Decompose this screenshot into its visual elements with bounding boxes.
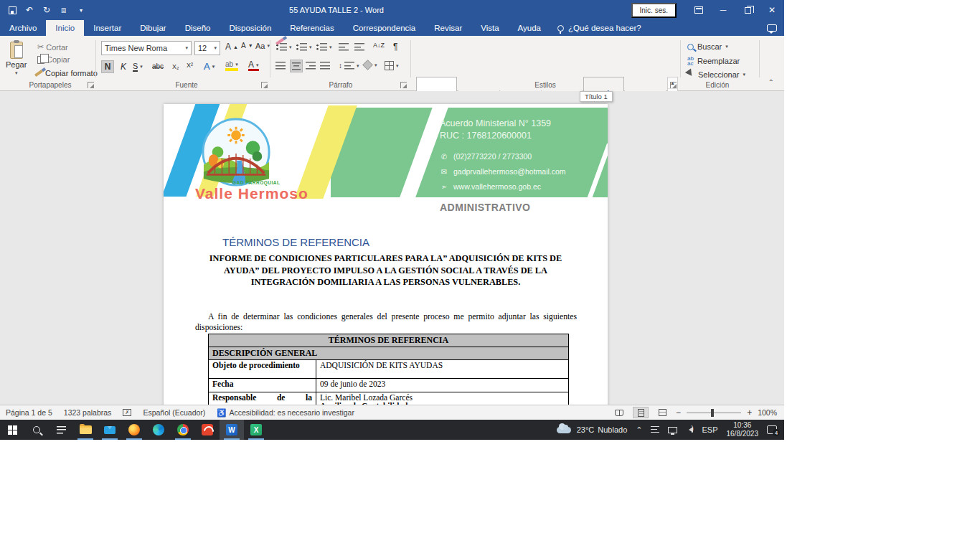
save-icon[interactable]: [7, 5, 17, 15]
customize-qat-icon[interactable]: ▾: [76, 5, 86, 15]
collapse-ribbon-icon[interactable]: ⌃: [768, 78, 774, 86]
sign-in-button[interactable]: Inic. ses.: [631, 3, 677, 18]
tab-archivo[interactable]: Archivo: [0, 20, 46, 36]
table-label-cell[interactable]: Objeto de procedimiento: [209, 360, 316, 379]
increase-indent-button[interactable]: [354, 43, 364, 51]
print-preview-icon[interactable]: 🗏: [59, 5, 69, 15]
firefox-button[interactable]: [122, 420, 146, 440]
document-page[interactable]: Acuerdo Ministerial N° 1359 RUC : 176812…: [164, 104, 608, 405]
page-indicator[interactable]: Página 1 de 5: [6, 408, 52, 417]
multilevel-list-button[interactable]: ▾: [316, 43, 332, 51]
paragraph-dialog-launcher[interactable]: [400, 82, 407, 88]
web-layout-button[interactable]: [654, 407, 670, 418]
numbering-button[interactable]: ▾: [296, 43, 312, 51]
print-layout-button[interactable]: [633, 407, 649, 418]
language-switcher[interactable]: ESP: [697, 420, 722, 440]
zoom-in-button[interactable]: +: [747, 408, 752, 418]
tab-ayuda[interactable]: Ayuda: [509, 20, 550, 36]
close-button[interactable]: ✕: [760, 0, 784, 20]
find-button[interactable]: Buscar▾: [687, 42, 728, 51]
read-mode-button[interactable]: [611, 407, 627, 418]
decrease-indent-button[interactable]: [339, 43, 349, 51]
taskbar-search-button[interactable]: [24, 420, 49, 440]
table-title-cell[interactable]: TÉRMINOS DE REFERENCIA: [209, 334, 569, 347]
tab-dibujar[interactable]: Dibujar: [131, 20, 175, 36]
accessibility-status[interactable]: ♿Accesibilidad: es necesario investigar: [217, 408, 354, 418]
minimize-button[interactable]: ─: [711, 0, 735, 20]
font-size-combobox[interactable]: 12▾: [194, 41, 220, 55]
change-case-button[interactable]: Aa▾: [255, 42, 270, 50]
notification-center-button[interactable]: 4: [763, 420, 781, 440]
strikethrough-button[interactable]: abc: [152, 62, 164, 70]
align-right-button[interactable]: [306, 62, 316, 70]
table-section-cell[interactable]: DESCRIPCIÓN GENERAL: [209, 347, 569, 360]
pdf-app-button[interactable]: [195, 420, 220, 440]
align-left-button[interactable]: [275, 62, 286, 70]
tab-disposicion[interactable]: Disposición: [220, 20, 281, 36]
shading-button[interactable]: ▾: [363, 60, 377, 70]
volume-icon[interactable]: [682, 420, 697, 440]
file-explorer-button[interactable]: [73, 420, 98, 440]
tray-lines-icon[interactable]: [646, 420, 664, 440]
justify-button[interactable]: [320, 62, 330, 70]
ribbon-display-options-button[interactable]: [687, 0, 711, 20]
tell-me-box[interactable]: ¿Qué desea hacer?: [550, 20, 649, 36]
borders-button[interactable]: ▾: [385, 61, 399, 70]
table-label-cell[interactable]: Fecha: [209, 379, 316, 392]
hidden-icons-chevron[interactable]: ⌃: [631, 420, 646, 440]
italic-button[interactable]: K: [117, 60, 130, 73]
highlight-color-button[interactable]: ab▾: [225, 61, 238, 71]
superscript-button[interactable]: X²: [187, 62, 193, 69]
weather-widget[interactable]: 23°C Nublado: [552, 420, 632, 440]
sort-button[interactable]: A↓Z: [373, 42, 385, 49]
clipboard-dialog-launcher[interactable]: [88, 82, 94, 88]
font-dialog-launcher[interactable]: [261, 82, 268, 88]
subscript-button[interactable]: X₂: [172, 63, 179, 70]
word-taskbar-button[interactable]: W: [220, 420, 244, 440]
undo-icon[interactable]: ↶: [24, 5, 34, 15]
comments-icon[interactable]: [760, 20, 784, 36]
zoom-slider-handle[interactable]: [711, 409, 714, 417]
tab-insertar[interactable]: Insertar: [84, 20, 131, 36]
line-spacing-button[interactable]: ↕▾: [339, 62, 359, 70]
tab-revisar[interactable]: Revisar: [425, 20, 471, 36]
select-button[interactable]: Seleccionar▾: [687, 70, 745, 80]
grow-font-button[interactable]: A▲: [225, 42, 238, 52]
font-color-button[interactable]: A▾: [248, 61, 259, 71]
cut-button[interactable]: ✂ Cortar: [37, 42, 68, 52]
tab-diseno[interactable]: Diseño: [176, 20, 220, 36]
start-button[interactable]: [0, 420, 24, 440]
format-painter-button[interactable]: Copiar formato: [34, 69, 98, 77]
replace-button[interactable]: abac Reemplazar: [687, 56, 740, 66]
redo-icon[interactable]: ↻: [42, 5, 52, 15]
font-family-combobox[interactable]: Times New Roma▾: [101, 41, 192, 55]
chrome-button[interactable]: [171, 420, 195, 440]
align-center-button[interactable]: [290, 60, 303, 72]
bullets-button[interactable]: ▾: [275, 43, 292, 51]
text-effects-button[interactable]: A▾: [204, 61, 215, 72]
tab-correspondencia[interactable]: Correspondencia: [344, 20, 425, 36]
underline-button[interactable]: S▾: [133, 62, 143, 72]
zoom-out-button[interactable]: −: [676, 408, 681, 418]
copy-button[interactable]: Copiar: [37, 55, 70, 64]
network-icon[interactable]: [664, 420, 682, 440]
excel-taskbar-button[interactable]: X: [244, 420, 268, 440]
restore-button[interactable]: [735, 0, 760, 20]
tab-referencias[interactable]: Referencias: [281, 20, 343, 36]
table-value-cell[interactable]: 09 de junio de 2023: [316, 379, 569, 392]
styles-dialog-launcher[interactable]: [670, 82, 677, 88]
tab-inicio[interactable]: Inicio: [46, 20, 84, 36]
tab-vista[interactable]: Vista: [471, 20, 508, 36]
edge-button[interactable]: [146, 420, 171, 440]
clock[interactable]: 10:3616/8/2023: [722, 420, 763, 440]
zoom-slider[interactable]: [687, 413, 741, 413]
language-indicator[interactable]: Español (Ecuador): [143, 408, 205, 417]
zoom-level[interactable]: 100%: [758, 408, 777, 417]
show-marks-button[interactable]: ¶: [393, 42, 397, 52]
table-value-cell[interactable]: ADQUISICIÓN DE KITS AYUDAS: [316, 360, 569, 379]
table-value-cell[interactable]: Lic. Maribel Lozada Garcés Auxiliar de C…: [316, 392, 569, 405]
paste-button[interactable]: Pegar ▾: [6, 42, 27, 76]
word-count[interactable]: 1323 palabras: [64, 408, 112, 417]
proofing-errors-icon[interactable]: ✗: [123, 409, 131, 416]
table-label-cell[interactable]: Responsable de la: [209, 392, 316, 405]
